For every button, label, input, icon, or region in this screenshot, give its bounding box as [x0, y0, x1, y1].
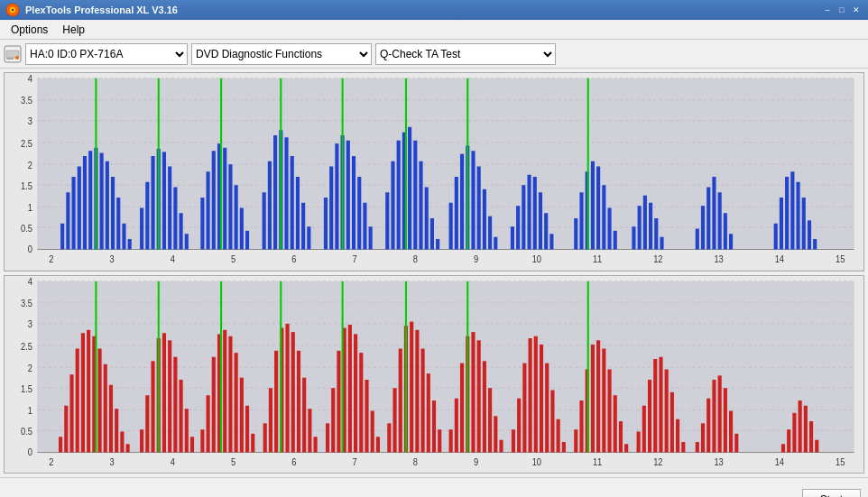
svg-text:15: 15	[836, 456, 845, 467]
svg-text:15: 15	[836, 254, 845, 265]
svg-rect-287	[670, 391, 674, 452]
function-select[interactable]: DVD Diagnostic Functions	[191, 43, 372, 65]
svg-rect-220	[251, 433, 254, 452]
svg-rect-252	[455, 398, 458, 452]
svg-rect-200	[126, 444, 130, 452]
svg-rect-92	[397, 141, 401, 250]
svg-rect-112	[527, 175, 531, 250]
svg-text:11: 11	[593, 254, 602, 265]
svg-rect-131	[696, 229, 699, 250]
svg-rect-226	[291, 332, 295, 452]
bottom-bar: Jitter: 4 Peak Shift:	[0, 477, 868, 497]
svg-text:5: 5	[231, 254, 236, 265]
svg-rect-209	[185, 409, 189, 452]
menu-help[interactable]: Help	[55, 22, 92, 38]
menu-options[interactable]: Options	[4, 22, 55, 38]
svg-text:13: 13	[714, 456, 724, 467]
svg-rect-49	[106, 161, 109, 250]
svg-rect-145	[813, 239, 817, 250]
svg-text:14: 14	[775, 456, 785, 467]
svg-rect-110	[516, 206, 520, 249]
close-button[interactable]: ✕	[850, 4, 863, 16]
svg-text:11: 11	[593, 456, 602, 467]
svg-text:6: 6	[291, 254, 297, 265]
svg-rect-89	[369, 226, 373, 249]
svg-rect-115	[544, 213, 548, 249]
svg-rect-210	[190, 437, 194, 452]
svg-rect-198	[115, 409, 118, 452]
svg-rect-206	[168, 340, 171, 452]
svg-text:14: 14	[775, 254, 785, 265]
svg-rect-6	[6, 58, 14, 60]
svg-rect-230	[314, 437, 318, 452]
svg-rect-268	[550, 390, 554, 452]
svg-rect-225	[285, 323, 289, 452]
maximize-button[interactable]: □	[836, 4, 848, 16]
drive-select[interactable]: HA:0 ID:0 PX-716A	[25, 43, 188, 65]
svg-rect-201	[140, 429, 143, 452]
svg-rect-44	[78, 167, 81, 250]
svg-rect-235	[348, 325, 352, 452]
svg-rect-291	[701, 423, 705, 452]
svg-rect-136	[724, 213, 727, 249]
svg-rect-56	[151, 156, 154, 250]
svg-rect-205	[162, 333, 166, 452]
svg-rect-277	[607, 369, 611, 452]
svg-text:4: 4	[171, 456, 176, 467]
svg-rect-208	[180, 380, 183, 453]
svg-text:0.5: 0.5	[21, 223, 32, 234]
svg-rect-275	[596, 340, 600, 452]
svg-rect-128	[649, 203, 652, 250]
svg-rect-261	[512, 429, 515, 452]
svg-text:3: 3	[109, 254, 115, 265]
svg-rect-86	[352, 156, 356, 250]
svg-rect-129	[654, 218, 658, 250]
svg-rect-76	[284, 137, 288, 249]
svg-rect-108	[494, 237, 497, 250]
svg-rect-240	[376, 437, 380, 452]
svg-rect-48	[100, 153, 104, 250]
svg-text:10: 10	[532, 254, 542, 265]
svg-text:8: 8	[413, 456, 419, 467]
svg-rect-242	[392, 388, 396, 452]
svg-rect-301	[799, 400, 802, 453]
svg-rect-97	[425, 188, 429, 250]
svg-rect-74	[273, 135, 277, 250]
svg-rect-50	[111, 177, 115, 250]
svg-text:0: 0	[28, 244, 33, 254]
svg-rect-70	[240, 208, 244, 250]
svg-rect-41	[60, 224, 64, 250]
svg-text:9: 9	[474, 456, 478, 467]
svg-rect-62	[185, 234, 189, 249]
svg-rect-245	[410, 321, 413, 452]
menu-bar: Options Help	[0, 20, 868, 40]
svg-rect-64	[207, 171, 210, 249]
svg-rect-247	[421, 348, 425, 452]
svg-rect-54	[140, 208, 143, 250]
start-button[interactable]: Start	[802, 489, 861, 498]
svg-rect-211	[200, 429, 204, 452]
svg-rect-125	[632, 226, 635, 249]
svg-rect-297	[734, 433, 738, 452]
svg-text:4: 4	[28, 276, 33, 287]
svg-rect-111	[522, 185, 525, 249]
svg-rect-280	[624, 444, 628, 452]
svg-rect-276	[602, 348, 605, 452]
svg-rect-238	[365, 380, 368, 453]
svg-rect-140	[785, 177, 789, 250]
svg-rect-80	[307, 226, 310, 249]
minimize-button[interactable]: –	[821, 4, 834, 16]
svg-rect-120	[591, 161, 595, 250]
svg-text:4: 4	[171, 254, 176, 265]
top-chart-container: 4 3.5 3 2.5 2 1.5 1 0.5 0 2 3 4 5 6 7 8 …	[4, 72, 864, 272]
svg-rect-258	[488, 388, 492, 452]
svg-rect-290	[696, 442, 699, 453]
svg-rect-264	[529, 338, 532, 453]
svg-point-2	[12, 9, 14, 11]
svg-text:5: 5	[231, 456, 236, 467]
toolbar: HA:0 ID:0 PX-716A DVD Diagnostic Functio…	[0, 40, 868, 69]
svg-rect-53	[128, 239, 132, 250]
test-select[interactable]: Q-Check TA Test	[375, 43, 556, 65]
svg-rect-284	[653, 359, 657, 453]
svg-rect-263	[522, 363, 526, 452]
